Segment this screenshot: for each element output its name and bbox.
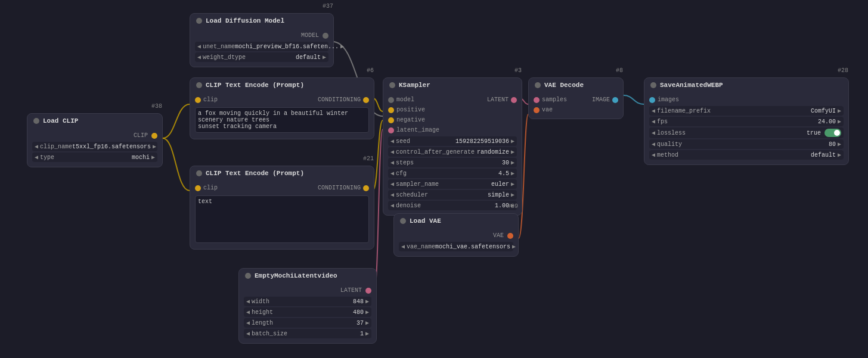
arrow-right[interactable]: ▶ — [365, 319, 369, 326]
clip-input-dot[interactable] — [195, 97, 201, 103]
node-status-dot — [33, 118, 39, 124]
conditioning-output-dot[interactable] — [363, 97, 369, 103]
arrow-right[interactable]: ▶ — [511, 148, 514, 155]
param-cfg[interactable]: ◀ cfg 4.5 ▶ — [388, 169, 517, 178]
vae-output-dot[interactable] — [507, 233, 513, 239]
arrow-right[interactable]: ▶ — [365, 309, 369, 316]
clip-output-dot[interactable] — [151, 133, 157, 139]
arrow-right[interactable]: ▶ — [838, 141, 841, 148]
samples-input-dot[interactable] — [534, 97, 540, 103]
param-lossless[interactable]: ◀ lossless true — [649, 127, 844, 138]
param-control-after-generate[interactable]: ◀ control_after_generate randomize ▶ — [388, 147, 517, 157]
model-output-dot[interactable] — [323, 33, 328, 39]
arrow-left[interactable]: ◀ — [35, 143, 38, 150]
arrow-right[interactable]: ▶ — [323, 54, 326, 61]
node-body: samples IMAGE vae — [529, 92, 623, 119]
node-body: images ◀ filename_prefix ComfyUI ▶ ◀ fps… — [644, 92, 848, 164]
param-steps[interactable]: ◀ steps 30 ▶ — [388, 158, 517, 167]
arrow-left[interactable]: ◀ — [35, 154, 38, 161]
node-title: Load CLIP — [43, 117, 78, 124]
arrow-right[interactable]: ▶ — [512, 243, 516, 250]
arrow-left[interactable]: ◀ — [390, 148, 394, 155]
latent-output-dot[interactable] — [511, 97, 517, 103]
param-clip-name[interactable]: ◀ clip_name t5xxl_fp16.safetensors ▶ — [32, 142, 157, 151]
arrow-left[interactable]: ◀ — [197, 54, 201, 61]
node-header: SaveAnimatedWEBP — [644, 78, 848, 92]
param-type[interactable]: ◀ type mochi ▶ — [32, 152, 157, 162]
arrow-left[interactable]: ◀ — [390, 170, 394, 177]
latent-image-input-dot[interactable] — [388, 127, 394, 133]
arrow-right[interactable]: ▶ — [511, 159, 514, 166]
node-header: EmptyMochiLatentvideo — [239, 269, 376, 283]
node-body: clip CONDITIONING text — [190, 180, 374, 249]
arrow-left[interactable]: ◀ — [390, 191, 394, 198]
model-input-dot[interactable] — [388, 97, 394, 103]
text-area[interactable]: a fox moving quickly in a beautiful wint… — [195, 107, 369, 133]
arrow-left[interactable]: ◀ — [197, 43, 201, 50]
node-empty-mochi-latent: EmptyMochiLatentvideo LATENT ◀ width 848… — [238, 268, 377, 344]
param-vae-name[interactable]: ◀ vae_name mochi_vae.safetensors ▶ — [399, 242, 513, 251]
arrow-left[interactable]: ◀ — [390, 159, 394, 166]
vae-input-dot[interactable] — [534, 107, 540, 113]
arrow-left[interactable]: ◀ — [246, 330, 250, 337]
param-height[interactable]: ◀ height 480 ▶ — [244, 307, 371, 317]
param-weight-dtype[interactable]: ◀ weight_dtype default ▶ — [195, 52, 328, 62]
lossless-toggle[interactable] — [824, 129, 841, 137]
arrow-left[interactable]: ◀ — [390, 202, 394, 209]
param-fps[interactable]: ◀ fps 24.00 ▶ — [649, 117, 844, 126]
param-batch-size[interactable]: ◀ batch_size 1 ▶ — [244, 329, 371, 338]
arrow-left[interactable]: ◀ — [652, 141, 655, 148]
param-length[interactable]: ◀ length 37 ▶ — [244, 318, 371, 328]
arrow-left[interactable]: ◀ — [652, 107, 655, 114]
arrow-left[interactable]: ◀ — [246, 298, 250, 305]
param-quality[interactable]: ◀ quality 80 ▶ — [649, 139, 844, 149]
conditioning-output-dot[interactable] — [363, 185, 369, 191]
output-port-vae: VAE — [394, 231, 518, 241]
clip-input-dot[interactable] — [195, 185, 201, 191]
param-unet-name[interactable]: ◀ unet_name mochi_preview_bf16.safeten..… — [195, 42, 328, 51]
arrow-left[interactable]: ◀ — [390, 138, 394, 145]
arrow-right[interactable]: ▶ — [511, 180, 514, 188]
node-status-dot — [196, 170, 202, 176]
arrow-right[interactable]: ▶ — [511, 191, 514, 198]
text-area[interactable]: text — [195, 195, 369, 243]
arrow-right[interactable]: ▶ — [151, 154, 155, 161]
arrow-right[interactable]: ▶ — [838, 118, 841, 125]
arrow-right[interactable]: ▶ — [511, 170, 514, 177]
images-input-dot[interactable] — [649, 97, 655, 103]
arrow-right[interactable]: ▶ — [838, 151, 841, 158]
arrow-right[interactable]: ▶ — [365, 298, 369, 305]
arrow-right[interactable]: ▶ — [838, 107, 841, 114]
arrow-left[interactable]: ◀ — [401, 243, 405, 250]
latent-output-dot[interactable] — [365, 288, 371, 294]
arrow-right[interactable]: ▶ — [153, 143, 156, 150]
node-title: Load VAE — [410, 217, 441, 225]
port-positive: positive — [383, 105, 522, 115]
param-sampler-name[interactable]: ◀ sampler_name euler ▶ — [388, 179, 517, 189]
arrow-left[interactable]: ◀ — [246, 309, 250, 316]
arrow-right[interactable]: ▶ — [511, 138, 514, 145]
node-header: CLIP Text Encode (Prompt) — [190, 78, 374, 92]
param-width[interactable]: ◀ width 848 ▶ — [244, 297, 371, 306]
param-seed[interactable]: ◀ seed 159282259519036 ▶ — [388, 136, 517, 146]
node-load-diffusion-model: #37 Load Diffusion Model MODEL ◀ unet_na… — [190, 13, 334, 67]
port-negative: negative — [383, 115, 522, 125]
node-body: LATENT ◀ width 848 ▶ ◀ height 480 ▶ ◀ le… — [239, 283, 376, 343]
param-filename-prefix[interactable]: ◀ filename_prefix ComfyUI ▶ — [649, 106, 844, 116]
arrow-left[interactable]: ◀ — [652, 129, 655, 136]
param-scheduler[interactable]: ◀ scheduler simple ▶ — [388, 190, 517, 200]
node-header: KSampler — [383, 78, 522, 92]
arrow-right[interactable]: ▶ — [340, 43, 344, 50]
image-output-dot[interactable] — [612, 97, 618, 103]
arrow-left[interactable]: ◀ — [246, 319, 250, 326]
node-canvas: #37 Load Diffusion Model MODEL ◀ unet_na… — [0, 0, 868, 358]
arrow-left[interactable]: ◀ — [390, 180, 394, 188]
node-status-dot — [245, 273, 251, 279]
param-method[interactable]: ◀ method default ▶ — [649, 150, 844, 160]
param-denoise[interactable]: ◀ denoise 1.00 ▶ — [388, 201, 517, 210]
negative-input-dot[interactable] — [388, 117, 394, 123]
positive-input-dot[interactable] — [388, 107, 394, 113]
arrow-right[interactable]: ▶ — [365, 330, 369, 337]
arrow-left[interactable]: ◀ — [652, 118, 655, 125]
arrow-left[interactable]: ◀ — [652, 151, 655, 158]
